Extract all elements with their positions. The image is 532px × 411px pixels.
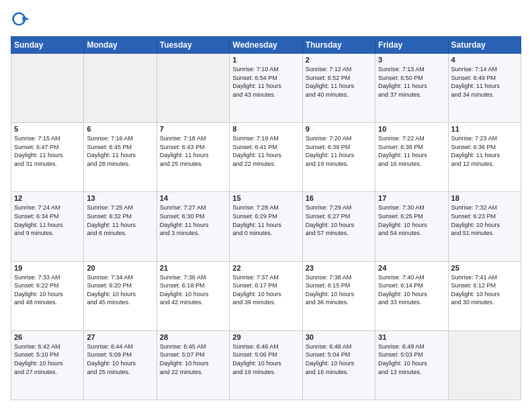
empty-cell: [11, 54, 84, 123]
empty-cell: [84, 54, 157, 123]
day-cell-4: 4Sunrise: 7:14 AM Sunset: 6:49 PM Daylig…: [448, 54, 521, 123]
day-content: Sunrise: 7:19 AM Sunset: 6:41 PM Dayligh…: [232, 134, 299, 168]
day-cell-21: 21Sunrise: 7:36 AM Sunset: 6:18 PM Dayli…: [157, 261, 229, 330]
day-cell-30: 30Sunrise: 6:48 AM Sunset: 5:04 PM Dayli…: [302, 330, 375, 400]
day-content: Sunrise: 7:20 AM Sunset: 6:39 PM Dayligh…: [306, 134, 372, 168]
day-number: 26: [14, 333, 81, 341]
day-cell-16: 16Sunrise: 7:29 AM Sunset: 6:27 PM Dayli…: [302, 192, 375, 261]
day-content: Sunrise: 7:34 AM Sunset: 6:20 PM Dayligh…: [87, 273, 153, 307]
day-content: Sunrise: 7:12 AM Sunset: 6:52 PM Dayligh…: [306, 65, 372, 99]
day-number: 27: [87, 333, 153, 341]
day-number: 3: [378, 56, 445, 64]
day-content: Sunrise: 7:14 AM Sunset: 6:49 PM Dayligh…: [451, 65, 518, 99]
day-number: 20: [87, 264, 153, 272]
week-row-5: 26Sunrise: 6:42 AM Sunset: 5:10 PM Dayli…: [11, 330, 521, 400]
day-content: Sunrise: 7:22 AM Sunset: 6:38 PM Dayligh…: [378, 134, 445, 168]
day-number: 9: [306, 125, 372, 133]
page: SundayMondayTuesdayWednesdayThursdayFrid…: [0, 0, 532, 411]
day-number: 12: [14, 194, 81, 202]
day-number: 18: [451, 194, 518, 202]
header-cell-monday: Monday: [84, 37, 157, 54]
day-number: 17: [378, 194, 445, 202]
day-cell-17: 17Sunrise: 7:30 AM Sunset: 6:25 PM Dayli…: [375, 192, 448, 261]
day-number: 30: [306, 333, 372, 341]
day-content: Sunrise: 7:15 AM Sunset: 6:47 PM Dayligh…: [14, 134, 81, 168]
empty-cell: [448, 330, 521, 400]
day-cell-5: 5Sunrise: 7:15 AM Sunset: 6:47 PM Daylig…: [11, 123, 84, 192]
week-row-4: 19Sunrise: 7:33 AM Sunset: 6:22 PM Dayli…: [11, 261, 521, 330]
day-number: 25: [451, 264, 518, 272]
day-cell-13: 13Sunrise: 7:25 AM Sunset: 6:32 PM Dayli…: [84, 192, 157, 261]
logo-icon: [11, 11, 30, 30]
day-content: Sunrise: 7:16 AM Sunset: 6:45 PM Dayligh…: [87, 134, 153, 168]
day-content: Sunrise: 7:41 AM Sunset: 6:12 PM Dayligh…: [451, 273, 518, 307]
day-content: Sunrise: 7:33 AM Sunset: 6:22 PM Dayligh…: [14, 273, 81, 307]
header-cell-friday: Friday: [375, 37, 448, 54]
day-content: Sunrise: 7:37 AM Sunset: 6:17 PM Dayligh…: [232, 273, 299, 307]
day-number: 22: [232, 264, 299, 272]
day-number: 4: [451, 56, 518, 64]
day-content: Sunrise: 7:29 AM Sunset: 6:27 PM Dayligh…: [306, 203, 372, 237]
day-number: 29: [232, 333, 299, 341]
day-cell-12: 12Sunrise: 7:24 AM Sunset: 6:34 PM Dayli…: [11, 192, 84, 261]
header-cell-tuesday: Tuesday: [157, 37, 229, 54]
day-cell-31: 31Sunrise: 6:49 AM Sunset: 5:03 PM Dayli…: [375, 330, 448, 400]
day-content: Sunrise: 7:18 AM Sunset: 6:43 PM Dayligh…: [160, 134, 226, 168]
calendar-table: SundayMondayTuesdayWednesdayThursdayFrid…: [11, 36, 521, 400]
day-number: 14: [160, 194, 226, 202]
logo: [11, 11, 34, 30]
day-number: 7: [160, 125, 226, 133]
day-cell-24: 24Sunrise: 7:40 AM Sunset: 6:14 PM Dayli…: [375, 261, 448, 330]
day-content: Sunrise: 7:36 AM Sunset: 6:18 PM Dayligh…: [160, 273, 226, 307]
day-cell-26: 26Sunrise: 6:42 AM Sunset: 5:10 PM Dayli…: [11, 330, 84, 400]
empty-cell: [157, 54, 229, 123]
day-number: 6: [87, 125, 153, 133]
day-content: Sunrise: 6:48 AM Sunset: 5:04 PM Dayligh…: [306, 342, 372, 376]
day-cell-7: 7Sunrise: 7:18 AM Sunset: 6:43 PM Daylig…: [157, 123, 229, 192]
day-number: 13: [87, 194, 153, 202]
day-content: Sunrise: 7:32 AM Sunset: 6:23 PM Dayligh…: [451, 203, 518, 237]
day-number: 11: [451, 125, 518, 133]
day-cell-8: 8Sunrise: 7:19 AM Sunset: 6:41 PM Daylig…: [230, 123, 302, 192]
day-cell-11: 11Sunrise: 7:23 AM Sunset: 6:36 PM Dayli…: [448, 123, 521, 192]
day-content: Sunrise: 7:13 AM Sunset: 6:50 PM Dayligh…: [378, 65, 445, 99]
day-cell-9: 9Sunrise: 7:20 AM Sunset: 6:39 PM Daylig…: [302, 123, 375, 192]
day-content: Sunrise: 6:42 AM Sunset: 5:10 PM Dayligh…: [14, 342, 81, 376]
day-cell-1: 1Sunrise: 7:10 AM Sunset: 6:54 PM Daylig…: [230, 54, 302, 123]
day-number: 28: [160, 333, 226, 341]
day-cell-3: 3Sunrise: 7:13 AM Sunset: 6:50 PM Daylig…: [375, 54, 448, 123]
day-number: 10: [378, 125, 445, 133]
day-content: Sunrise: 7:38 AM Sunset: 6:15 PM Dayligh…: [306, 273, 372, 307]
day-cell-29: 29Sunrise: 6:46 AM Sunset: 5:06 PM Dayli…: [230, 330, 302, 400]
day-content: Sunrise: 7:30 AM Sunset: 6:25 PM Dayligh…: [378, 203, 445, 237]
day-cell-25: 25Sunrise: 7:41 AM Sunset: 6:12 PM Dayli…: [448, 261, 521, 330]
header-row: SundayMondayTuesdayWednesdayThursdayFrid…: [11, 37, 521, 54]
day-cell-2: 2Sunrise: 7:12 AM Sunset: 6:52 PM Daylig…: [302, 54, 375, 123]
day-number: 24: [378, 264, 445, 272]
header-cell-sunday: Sunday: [11, 37, 84, 54]
week-row-2: 5Sunrise: 7:15 AM Sunset: 6:47 PM Daylig…: [11, 123, 521, 192]
day-number: 5: [14, 125, 81, 133]
day-cell-14: 14Sunrise: 7:27 AM Sunset: 6:30 PM Dayli…: [157, 192, 229, 261]
day-cell-15: 15Sunrise: 7:28 AM Sunset: 6:29 PM Dayli…: [230, 192, 302, 261]
day-cell-28: 28Sunrise: 6:45 AM Sunset: 5:07 PM Dayli…: [157, 330, 229, 400]
day-number: 15: [232, 194, 299, 202]
header-cell-wednesday: Wednesday: [230, 37, 302, 54]
day-number: 31: [378, 333, 445, 341]
week-row-1: 1Sunrise: 7:10 AM Sunset: 6:54 PM Daylig…: [11, 54, 521, 123]
day-content: Sunrise: 6:45 AM Sunset: 5:07 PM Dayligh…: [160, 342, 226, 376]
header-cell-saturday: Saturday: [448, 37, 521, 54]
day-cell-18: 18Sunrise: 7:32 AM Sunset: 6:23 PM Dayli…: [448, 192, 521, 261]
day-number: 1: [232, 56, 299, 64]
day-cell-20: 20Sunrise: 7:34 AM Sunset: 6:20 PM Dayli…: [84, 261, 157, 330]
day-number: 2: [306, 56, 372, 64]
day-cell-27: 27Sunrise: 6:44 AM Sunset: 5:09 PM Dayli…: [84, 330, 157, 400]
day-number: 16: [306, 194, 372, 202]
day-content: Sunrise: 7:23 AM Sunset: 6:36 PM Dayligh…: [451, 134, 518, 168]
day-cell-6: 6Sunrise: 7:16 AM Sunset: 6:45 PM Daylig…: [84, 123, 157, 192]
day-content: Sunrise: 7:28 AM Sunset: 6:29 PM Dayligh…: [232, 203, 299, 237]
day-content: Sunrise: 6:49 AM Sunset: 5:03 PM Dayligh…: [378, 342, 445, 376]
day-cell-10: 10Sunrise: 7:22 AM Sunset: 6:38 PM Dayli…: [375, 123, 448, 192]
header: [11, 11, 521, 30]
day-content: Sunrise: 7:24 AM Sunset: 6:34 PM Dayligh…: [14, 203, 81, 237]
